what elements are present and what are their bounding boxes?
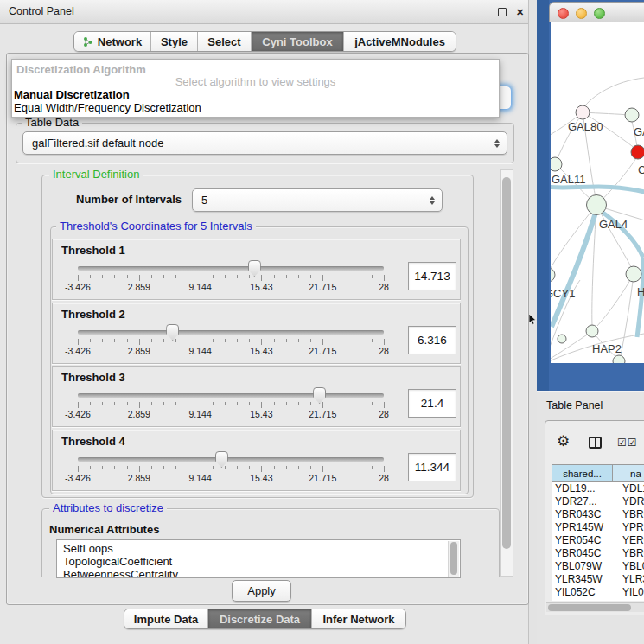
minimize-traffic-light-icon[interactable] [576,8,587,19]
network-node[interactable] [587,195,607,215]
network-node[interactable] [626,266,641,282]
table-row[interactable]: YBR045CYBR0 [552,547,644,560]
network-edge[interactable] [597,274,634,326]
tab-style[interactable]: Style [151,32,198,51]
network-edge[interactable] [583,78,644,109]
slider-tick-label: 15.43 [235,282,287,292]
slider-tick [213,402,214,405]
network-node[interactable] [613,355,625,363]
slider-track[interactable] [78,457,384,462]
slider-thumb[interactable] [166,324,179,341]
network-node[interactable] [576,105,590,119]
slider-thumb[interactable] [313,387,326,404]
table-data-combobox-value: galFiltered.sif default node [23,137,494,150]
control-panel-titlebar[interactable]: Control Panel ✕ [0,0,528,24]
column-header-shared-name[interactable]: shared... [552,464,613,482]
content-scrollbar[interactable] [500,169,513,577]
threshold-label: Threshold 2 [61,308,125,321]
slider-tick [225,466,226,469]
checkbox-icons[interactable]: ☑☑ [617,437,638,449]
network-node[interactable] [551,157,562,171]
slider-tick [310,466,311,469]
zoom-traffic-light-icon[interactable] [594,8,605,19]
slider-tick [163,466,164,469]
close-icon[interactable]: ✕ [515,8,525,17]
network-node[interactable] [631,145,644,159]
tab-impute-data[interactable]: Impute Data [124,609,208,628]
slider-tick [114,466,115,469]
network-edge[interactable] [621,274,634,356]
thresholds-group-title: Threshold's Coordinates for 5 Intervals [56,220,256,233]
table-row[interactable]: YPR145WYPR1 [552,521,644,534]
network-node[interactable] [586,325,598,337]
network-edge[interactable] [551,331,592,360]
threshold-value-field[interactable]: 14.713 [408,262,456,290]
tab-jactivemnodules[interactable]: jActiveMNodules [344,32,456,51]
tab-discretize-data[interactable]: Discretize Data [208,609,312,628]
slider-thumb[interactable] [215,451,228,468]
slider-track[interactable] [78,330,384,335]
table-row[interactable]: YBR043CYBR0 [552,508,644,521]
slider-tick [310,275,311,278]
network-node[interactable] [551,268,555,282]
number-of-intervals-spinner[interactable]: 5 [192,188,443,212]
slider-tick [151,339,152,342]
column-header-name[interactable]: na [612,464,644,482]
slider-tick [261,275,262,281]
slider-track[interactable] [78,393,384,398]
apply-button[interactable]: Apply [232,580,291,602]
tab-select[interactable]: Select [198,32,252,51]
slider-tick [298,402,299,405]
close-traffic-light-icon[interactable] [558,8,569,19]
node-label-gal80: GAL80 [568,120,603,133]
algorithm-option-equal-width-frequency-discretization[interactable]: Equal Width/Frequency Discretization [14,101,201,114]
numerical-attributes-list[interactable]: SelfLoopsTopologicalCoefficientBetweenne… [56,539,461,578]
network-edge-thick[interactable] [552,213,596,327]
tab-infer-network[interactable]: Infer Network [312,609,405,628]
threshold-value-field[interactable]: 21.4 [408,389,456,418]
attributes-scrollbar-thumb[interactable] [450,542,457,575]
slider-tick [102,402,103,405]
tab-label: jActiveMNodules [354,35,445,48]
slider-tick [78,402,79,408]
float-window-icon[interactable] [498,8,507,16]
numerical-attributes-label: Numerical Attributes [49,523,159,536]
attributes-scrollbar[interactable] [448,541,459,577]
attribute-item-topologicalcoefficient[interactable]: TopologicalCoefficient [63,555,172,568]
slider-tick [274,275,275,278]
table-row[interactable]: YBL079WYBL0 [552,560,644,573]
slider-tick [78,275,79,281]
slider-tick-label: 21.715 [296,473,348,483]
table-horizontal-scrollbar-thumb[interactable] [548,604,631,611]
algorithm-option-manual-discretization[interactable]: Manual Discretization [14,88,130,101]
slider-tick [261,339,262,345]
table-row[interactable]: YDL19...YDL1 [552,482,644,495]
tab-cyni-toolbox[interactable]: Cyni Toolbox [252,32,344,51]
table-row[interactable]: YDR27...YDR2 [552,495,644,508]
column-layout-icon[interactable] [589,437,602,449]
cell-shared-name: YBR045C [555,547,601,559]
network-node[interactable] [558,335,566,343]
mouse-cursor [529,314,538,326]
main-window-titlebar[interactable] [549,2,644,22]
table-horizontal-scrollbar[interactable] [546,602,644,612]
slider-track[interactable] [78,266,384,271]
slider-tick [360,275,360,278]
attribute-item-selfloops[interactable]: SelfLoops [63,542,113,555]
slider-tick [201,275,201,281]
network-node[interactable] [625,108,639,122]
tab-network[interactable]: Network [74,32,151,51]
table-row[interactable]: YIL052CYIL0 [552,586,644,599]
table-row[interactable]: YER054CYER0 [552,534,644,547]
network-view-canvas[interactable]: GAL80GACGAL11GAL4GCY1HHAP2 [551,22,644,363]
network-edge-thick[interactable] [551,187,644,193]
table-row[interactable]: YLR345WYLR3 [552,573,644,586]
slider-tick [310,402,311,405]
table-data-combobox[interactable]: galFiltered.sif default node [22,131,507,155]
table-panel-title: Table Panel [546,399,603,411]
content-scrollbar-thumb[interactable] [502,177,511,549]
threshold-value-field[interactable]: 6.316 [408,326,456,354]
threshold-value-field[interactable]: 11.344 [408,453,456,481]
network-edge-thick[interactable] [598,209,643,258]
gear-icon[interactable]: ⚙ [557,432,570,450]
